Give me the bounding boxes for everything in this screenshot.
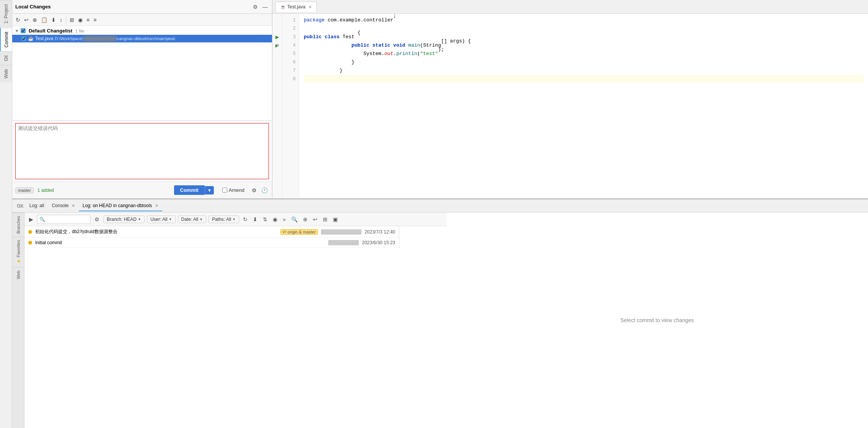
add-icon[interactable]: ⊕ (31, 16, 38, 24)
top-split: Local Changes ⚙ — ↻ ↩ ⊕ 📋 ⬇ ↕ ⊞ ◉ ≡ ≡ (12, 0, 868, 199)
git-tab-console[interactable]: Console ✕ (48, 201, 78, 211)
code-line-8 (304, 75, 863, 83)
amend-checkbox[interactable] (222, 188, 227, 193)
push-btn[interactable]: ▣ (331, 216, 339, 223)
code-line-4: public static void main(String[] args) { (304, 41, 863, 50)
sidebar-tab-commit[interactable]: Commit (0, 28, 12, 51)
gutter-3[interactable]: ▶ (272, 33, 282, 41)
local-changes-panel: Local Changes ⚙ — ↻ ↩ ⊕ 📋 ⬇ ↕ ⊞ ◉ ≡ ≡ (12, 0, 272, 198)
side-label-branches[interactable]: Branches (12, 212, 24, 237)
clock-icon[interactable]: 🕐 (260, 186, 269, 194)
commit-action-bar: master 1 added Commit ▼ Amend ⚙ 🕐 (12, 182, 272, 198)
paths-filter-label: Paths: All (212, 217, 231, 222)
gutter-6 (272, 58, 282, 66)
rollback-icon[interactable]: ↩ (23, 16, 30, 24)
side-label-web[interactable]: Web (12, 267, 24, 282)
log-head-close-btn[interactable]: ✕ (155, 203, 158, 208)
expand-btn[interactable]: ▶ (28, 216, 35, 223)
tab-close-btn[interactable]: ✕ (308, 5, 312, 10)
changelist-checkbox[interactable] (21, 28, 26, 33)
download-icon[interactable]: ⬇ (50, 16, 57, 24)
log-dot-1 (28, 241, 32, 245)
log-message-0: 初始化代码提交，db2与druid数据源整合 (35, 229, 277, 235)
log-row-1[interactable]: Initial commit ████████ 2023/6/30 15:23 (24, 238, 399, 248)
sidebar-tabs: 1: Project Commit Git Web (0, 0, 12, 428)
side-labels: Branches ★ Favorites Web (12, 212, 24, 428)
file-checkbox[interactable] (21, 36, 26, 41)
commit-button[interactable]: Commit (174, 185, 205, 195)
date-filter-label: Date: All (181, 217, 199, 222)
gutter-1 (272, 16, 282, 24)
sort-btn[interactable]: ⇅ (261, 216, 269, 223)
filter-settings-btn[interactable]: ⚙ (93, 216, 101, 223)
branch-filter-btn[interactable]: Branch: HEAD ▼ (103, 216, 145, 223)
paths-filter-btn[interactable]: Paths: All ▼ (208, 216, 239, 223)
line-num-7: 7 (282, 66, 299, 75)
settings-icon[interactable]: ⚙ (251, 186, 258, 194)
log-hash-0: ████████████ (321, 229, 362, 235)
eye-icon[interactable]: ◉ (77, 16, 84, 24)
minimize-btn[interactable]: — (261, 3, 269, 11)
commit-message-input[interactable] (15, 123, 269, 179)
editor-tab-test-java[interactable]: ☕ Test.java ✕ (275, 2, 317, 12)
line-numbers: 1 2 3 ◆4 5 6 7 8 (282, 14, 299, 198)
git-tab-log-head[interactable]: Log: on HEAD in cangnan-dbtools ✕ (79, 201, 162, 211)
copy-icon[interactable]: 📋 (40, 16, 49, 24)
user-chevron: ▼ (169, 217, 172, 221)
select-commit-label: Select commit to view changes (620, 317, 694, 323)
line-num-5: 5 (282, 50, 299, 58)
more-btn[interactable]: » (281, 216, 287, 223)
revert-commit-btn[interactable]: ↩ (311, 216, 319, 223)
added-badge: 1 added (37, 188, 54, 193)
paths-chevron: ▼ (232, 217, 236, 221)
eye-git-btn[interactable]: ◉ (271, 216, 279, 223)
settings-gear-btn[interactable]: ⚙ (252, 3, 259, 11)
gutter-8 (272, 75, 282, 83)
code-line-2 (304, 24, 863, 33)
log-message-1: Initial commit (35, 240, 322, 245)
amend-check: Amend (222, 187, 244, 193)
code-line-3: public class Test { (304, 33, 863, 41)
commit-dropdown-btn[interactable]: ▼ (205, 186, 214, 195)
file-name: Test.java (35, 36, 53, 41)
java-tab-icon: ☕ (280, 5, 286, 10)
tree-icon[interactable]: ⊞ (68, 16, 75, 24)
search-commits-btn[interactable]: 🔍 (290, 216, 299, 223)
refresh-git-btn[interactable]: ↻ (241, 216, 249, 223)
log-row-0[interactable]: 初始化代码提交，db2与druid数据源整合 🏷 origin & master… (24, 226, 399, 238)
sidebar-tab-git[interactable]: Git (0, 51, 12, 65)
sidebar-tab-git-label: Git (3, 55, 9, 61)
code-content: ▶ ▶ 1 2 3 ◆4 5 6 7 (272, 14, 868, 198)
expand-arrow[interactable]: ▼ (15, 28, 19, 34)
git-log-right: Select commit to view changes (446, 212, 868, 428)
list-icon[interactable]: ≡ (85, 16, 91, 24)
align-icon[interactable]: ≡ (92, 16, 98, 24)
line-num-4: ◆4 (282, 41, 299, 50)
git-tab-log-all[interactable]: Log: all (26, 201, 48, 211)
side-label-favorites[interactable]: ★ Favorites (12, 237, 24, 267)
sidebar-tab-project[interactable]: 1: Project (0, 0, 12, 28)
git-tab-console-label: Console (52, 203, 68, 208)
cherry-pick-btn[interactable]: ⊕ (301, 216, 309, 223)
log-dot-0 (28, 230, 32, 234)
line-num-8: 8 (282, 75, 299, 83)
branch-mgr-btn[interactable]: ⊞ (321, 216, 329, 223)
git-prefix-label: Git: (15, 201, 26, 211)
commit-message-area (12, 120, 272, 182)
refresh-icon[interactable]: ↻ (15, 16, 21, 24)
git-search-input[interactable] (37, 215, 91, 224)
line-num-1: 1 (282, 16, 299, 24)
changelist-row: ▼ Default Changelist 1 file (12, 27, 272, 35)
date-filter-btn[interactable]: Date: All ▼ (178, 216, 207, 223)
toolbar-sep-1 (66, 17, 66, 23)
sidebar-tab-web[interactable]: Web (0, 65, 12, 82)
file-row[interactable]: ☕ Test.java D:\WorkSpace\███████████\can… (12, 35, 272, 42)
console-close-btn[interactable]: ✕ (72, 203, 75, 208)
amend-label: Amend (229, 187, 244, 193)
fetch-btn[interactable]: ⬇ (251, 216, 259, 223)
panel-header-actions: ⚙ — (252, 3, 269, 11)
changelist-label: Default Changelist (29, 28, 72, 34)
git-log-content: Branches ★ Favorites Web ▶ 🔍 (12, 212, 868, 428)
user-filter-btn[interactable]: User: All ▼ (147, 216, 176, 223)
move-icon[interactable]: ↕ (59, 16, 64, 24)
